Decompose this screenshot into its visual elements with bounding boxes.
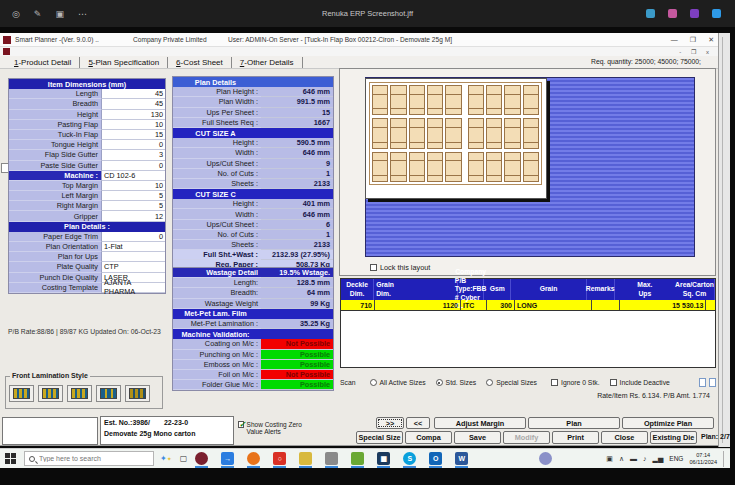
compa-button[interactable]: Compa	[405, 431, 452, 444]
photos-viewer-icon[interactable]: ▦	[377, 452, 390, 465]
close-button[interactable]: Close	[601, 431, 648, 444]
cell[interactable]: 1120	[375, 300, 461, 310]
lamination-style-1-button[interactable]	[9, 385, 34, 402]
app-maroon-icon[interactable]	[195, 452, 208, 465]
size-filter-radio[interactable]: Std. Sizes	[436, 379, 477, 386]
adjust-margin-button[interactable]: Adjust Margin	[434, 417, 526, 429]
extension-teal-icon[interactable]	[646, 9, 655, 18]
cell[interactable]: 15	[620, 300, 682, 310]
tab-plan-specification[interactable]: 5-Plan Specification	[80, 57, 168, 68]
field-value[interactable]: 1-Flat	[101, 242, 165, 252]
costing-alerts-option[interactable]: Show Costing Zero Value Alerts	[238, 421, 312, 435]
close-button[interactable]: ✕	[708, 36, 714, 44]
plan-button[interactable]: Plan	[528, 417, 620, 429]
nav-forward-button[interactable]: >>	[376, 417, 404, 429]
field-value[interactable]: 15	[101, 130, 165, 140]
clock[interactable]: 07:14 06/11/2024	[689, 452, 717, 466]
field-value[interactable]	[101, 252, 165, 262]
field-value[interactable]: 3	[101, 150, 165, 160]
print-button[interactable]: Print	[552, 431, 599, 444]
field-value[interactable]: 10	[101, 181, 165, 191]
special-size-button[interactable]: Special Size	[356, 431, 403, 444]
existing-die-button[interactable]: Existing Die	[650, 431, 697, 444]
lamination-style-2-button[interactable]	[38, 385, 63, 402]
field-value[interactable]: 45	[101, 99, 165, 109]
nav-back-button[interactable]: <<	[406, 417, 430, 429]
maximize-button[interactable]: ❐	[690, 36, 696, 44]
field-value[interactable]: 130	[101, 110, 165, 120]
people-icon[interactable]	[325, 452, 338, 465]
cortana-icon[interactable]: ✦✦	[160, 454, 172, 463]
cell[interactable]: LONG	[515, 300, 592, 310]
lamination-style-4-button[interactable]	[96, 385, 121, 402]
field-value[interactable]: 10	[101, 120, 165, 130]
field-value[interactable]: CD 102-6	[101, 171, 165, 181]
start-button[interactable]	[5, 453, 16, 464]
files-icon[interactable]	[299, 452, 312, 465]
minimize-button[interactable]: —	[671, 36, 678, 44]
extension-pink-icon[interactable]	[668, 9, 677, 18]
field-value[interactable]: 5	[101, 191, 165, 201]
field-value[interactable]: CTP	[101, 262, 165, 272]
show-desktop-button[interactable]	[723, 451, 726, 467]
extension-purple-icon[interactable]	[690, 9, 699, 18]
tab-cost-sheet[interactable]: 6-Cost Sheet	[168, 57, 232, 68]
tab-product-detail[interactable]: 1-Product Detail	[6, 57, 80, 68]
app-red-icon[interactable]: ○	[273, 452, 286, 465]
field-value[interactable]: 5	[101, 201, 165, 211]
scan-shortcut-icon-1[interactable]	[699, 378, 706, 387]
field-value[interactable]: 12	[101, 211, 165, 221]
radio-icon[interactable]	[486, 379, 493, 386]
cell[interactable]: 300	[487, 300, 515, 310]
scan-shortcut-icon-2[interactable]	[709, 378, 716, 387]
network-icon[interactable]: ▂▅	[653, 455, 664, 463]
cell[interactable]: ITC	[461, 300, 487, 310]
teams-icon[interactable]	[539, 452, 552, 465]
volume-icon[interactable]: ♪	[643, 455, 647, 463]
skype-icon[interactable]: S	[403, 452, 416, 465]
optimize-plan-button[interactable]: Optimize Plan	[622, 417, 714, 429]
word-icon[interactable]: W	[455, 452, 468, 465]
field-value[interactable]: 0	[101, 161, 165, 171]
mdi-window-controls[interactable]: - ❐ x	[679, 48, 713, 55]
filter-checkbox[interactable]: Ignore 0 Stk.	[551, 379, 600, 386]
field-label: Paper Edge Trim	[9, 232, 101, 242]
checkbox-icon[interactable]	[610, 379, 617, 386]
field-value[interactable]: 45	[101, 89, 165, 99]
plan-layout-canvas[interactable]: Lock this layout	[339, 68, 716, 276]
ime-icon[interactable]: ▣	[606, 455, 613, 463]
field-value[interactable]: 0	[101, 140, 165, 150]
app-green-icon[interactable]	[351, 452, 364, 465]
modify-button[interactable]: Modify	[503, 431, 550, 444]
onedrive-icon[interactable]	[712, 9, 721, 18]
lock-layout-checkbox[interactable]	[370, 264, 377, 271]
field-label: CUT SIZE C	[173, 189, 261, 199]
lamination-style-5-button[interactable]	[125, 385, 150, 402]
edge-arrow-icon[interactable]: →	[221, 452, 234, 465]
size-filter-radio[interactable]: All Active Sizes	[370, 379, 426, 386]
search-input[interactable]	[39, 455, 149, 462]
hidden-icons-chevron[interactable]: ∧	[619, 455, 624, 463]
language-indicator[interactable]: ENG	[669, 455, 683, 462]
checkbox-icon[interactable]	[551, 379, 558, 386]
battery-icon[interactable]: ▬	[630, 455, 637, 463]
cell[interactable]	[592, 300, 620, 310]
task-view-icon[interactable]: ▢	[180, 454, 188, 463]
taskbar-search[interactable]	[24, 451, 154, 466]
cell[interactable]: 530.13	[682, 300, 706, 310]
tab-other-details[interactable]: 7-Other Details	[232, 57, 303, 68]
lamination-style-3-button[interactable]	[67, 385, 92, 402]
radio-icon[interactable]	[370, 379, 377, 386]
firefox-icon[interactable]	[247, 452, 260, 465]
radio-icon[interactable]	[436, 379, 443, 386]
outlook-icon[interactable]: O	[429, 452, 442, 465]
plan-detail-row: Sheets : 2133	[173, 179, 333, 189]
save-button[interactable]: Save	[454, 431, 501, 444]
cell[interactable]: 710	[341, 300, 375, 310]
paper-table-selected-row[interactable]: 710 1120 ITC 300 LONG 15 530.13	[341, 300, 715, 311]
filter-checkbox[interactable]: Include Deactive	[610, 379, 670, 386]
field-value[interactable]: AJANTA PHARMA	[101, 283, 165, 293]
field-value[interactable]: 0	[101, 232, 165, 242]
costing-alerts-checkbox[interactable]	[238, 421, 244, 428]
size-filter-radio[interactable]: Special Sizes	[486, 379, 537, 386]
